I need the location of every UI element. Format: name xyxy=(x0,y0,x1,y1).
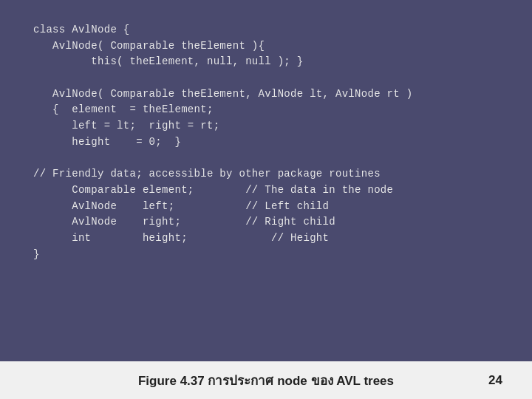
code-block: class AvlNode { AvlNode( Comparable theE… xyxy=(0,0,532,361)
code-line-empty-1 xyxy=(33,70,499,86)
code-line-3: this( theElement, null, null ); } xyxy=(33,54,499,70)
code-line-10: // Friendly data; accessible by other pa… xyxy=(33,166,499,183)
footer-caption: Figure 4.37 การประกาศ node ของ AVL trees xyxy=(138,370,394,390)
code-line-5: AvlNode( Comparable theElement, AvlNode … xyxy=(33,86,499,103)
code-line-12: AvlNode left; // Left child xyxy=(33,199,499,215)
footer: Figure 4.37 การประกาศ node ของ AVL trees… xyxy=(0,361,532,399)
page-number: 24 xyxy=(488,373,502,388)
code-line-11: Comparable element; // The data in the n… xyxy=(33,183,499,199)
code-line-7: left = lt; right = rt; xyxy=(33,118,499,134)
code-line-15: } xyxy=(33,247,499,263)
code-line-14: int height; // Height xyxy=(33,231,499,247)
code-line-1: class AvlNode { xyxy=(33,22,499,38)
code-line-6: { element = theElement; xyxy=(33,102,499,118)
code-line-2: AvlNode( Comparable theElement ){ xyxy=(33,38,499,55)
code-line-13: AvlNode right; // Right child xyxy=(33,214,499,231)
code-line-8: height = 0; } xyxy=(33,134,499,151)
code-line-empty-2 xyxy=(33,151,499,167)
